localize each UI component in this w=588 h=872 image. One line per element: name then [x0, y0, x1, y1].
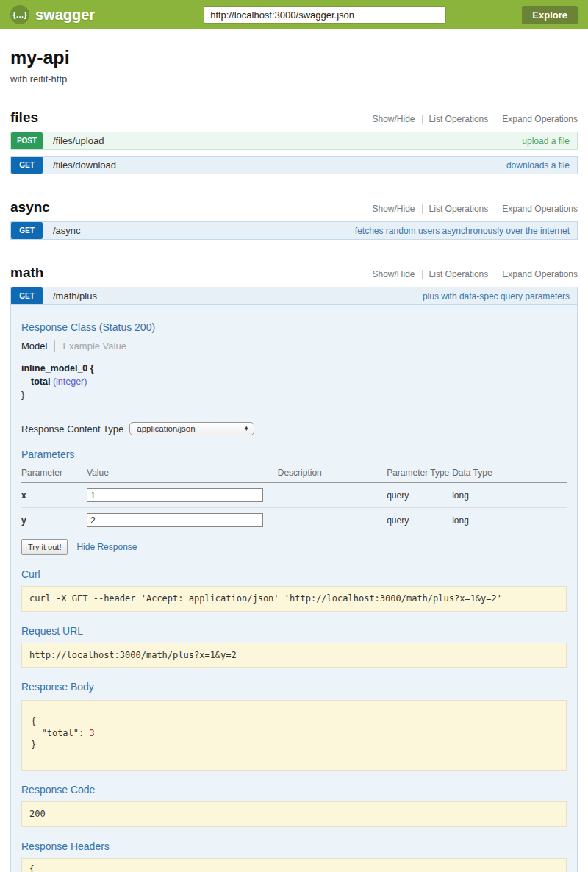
operation-detail-panel: Response Class (Status 200) Model Exampl…	[10, 305, 578, 872]
param-data-type: long	[452, 508, 567, 533]
response-code-value: 200	[21, 801, 567, 826]
param-type: query	[387, 508, 452, 533]
swagger-logo-label: swagger	[35, 7, 95, 24]
select-arrows-icon: ▲▼	[244, 426, 248, 432]
section-title-async: async	[10, 199, 50, 215]
model-open-line: inline_model_0 {	[21, 362, 567, 375]
try-it-out-button[interactable]: Try it out!	[21, 539, 68, 555]
param-name: x	[21, 483, 87, 508]
section-async: async Show/Hide List Operations Expand O…	[10, 199, 578, 240]
param-description	[278, 508, 387, 533]
response-content-type-select[interactable]: application/json ▲▼	[129, 422, 254, 435]
hide-response-link[interactable]: Hide Response	[76, 542, 137, 552]
endpoint-summary[interactable]: plus with data-spec query parameters	[423, 291, 577, 301]
col-header-parameter: Parameter	[21, 465, 87, 483]
col-header-parameter-type: Parameter Type	[387, 465, 452, 483]
endpoint-row-get-math-plus[interactable]: GET /math/plus plus with data-spec query…	[10, 287, 578, 305]
json-close-brace: }	[31, 740, 36, 750]
show-hide-link[interactable]: Show/Hide	[366, 114, 422, 124]
col-header-description: Description	[278, 465, 387, 483]
list-operations-link[interactable]: List Operations	[423, 114, 495, 124]
request-url-value: http://localhost:3000/math/plus?x=1&y=2	[21, 643, 567, 668]
endpoint-summary[interactable]: upload a file	[522, 136, 577, 146]
get-method-badge: GET	[11, 287, 43, 304]
param-x-input[interactable]	[87, 488, 263, 502]
json-open-brace: {	[31, 716, 36, 726]
endpoint-path[interactable]: /files/upload	[53, 135, 104, 146]
header-bar: {…} swagger Explore	[0, 0, 588, 29]
response-headers-json: { "date": "Sun, 21 Oct 2018 20:07:29 GMT…	[21, 858, 567, 872]
divider	[54, 340, 55, 352]
parameters-table: Parameter Value Description Parameter Ty…	[21, 465, 567, 532]
post-method-badge: POST	[11, 132, 43, 149]
tab-model[interactable]: Model	[21, 340, 47, 351]
list-operations-link[interactable]: List Operations	[423, 204, 495, 214]
get-method-badge: GET	[11, 222, 43, 239]
response-code-heading: Response Code	[21, 784, 567, 796]
headers-line: {	[29, 864, 35, 872]
section-files: files Show/Hide List Operations Expand O…	[10, 110, 578, 174]
table-row: y query long	[21, 508, 567, 533]
show-hide-link[interactable]: Show/Hide	[366, 269, 422, 279]
table-row: x query long	[21, 483, 567, 508]
param-y-input[interactable]	[87, 513, 263, 527]
endpoint-path[interactable]: /files/download	[53, 160, 116, 171]
page-subtitle: with reitit-http	[10, 74, 578, 85]
spec-url-input[interactable]	[204, 6, 446, 24]
section-title-math: math	[10, 265, 43, 281]
model-tabs: Model Example Value	[21, 340, 567, 352]
endpoint-path[interactable]: /math/plus	[53, 290, 97, 301]
expand-operations-link[interactable]: Expand Operations	[495, 269, 578, 279]
expand-operations-link[interactable]: Expand Operations	[495, 114, 578, 124]
api-info: my-api with reitit-http	[10, 47, 578, 85]
section-title-files: files	[10, 110, 38, 126]
response-content-type-label: Response Content Type	[21, 424, 123, 435]
col-header-data-type: Data Type	[452, 465, 567, 483]
param-description	[278, 483, 387, 508]
list-operations-link[interactable]: List Operations	[423, 269, 495, 279]
show-hide-link[interactable]: Show/Hide	[366, 204, 422, 214]
param-name: y	[21, 508, 87, 533]
swagger-logo-icon: {…}	[10, 5, 29, 24]
parameters-heading: Parameters	[21, 448, 567, 460]
curl-command: curl -X GET --header 'Accept: applicatio…	[21, 586, 567, 611]
swagger-logo[interactable]: {…} swagger	[10, 5, 95, 24]
tab-example-value[interactable]: Example Value	[62, 340, 126, 351]
col-header-value: Value	[87, 465, 278, 483]
response-headers-heading: Response Headers	[21, 840, 567, 852]
response-body-heading: Response Body	[21, 681, 567, 693]
response-class-heading: Response Class (Status 200)	[21, 321, 567, 333]
param-type: query	[387, 483, 452, 508]
endpoint-row-post-files-upload[interactable]: POST /files/upload upload a file	[10, 132, 578, 150]
model-property-name: total	[31, 376, 50, 387]
model-property-type: (integer)	[53, 376, 87, 387]
explore-button[interactable]: Explore	[522, 6, 578, 24]
get-method-badge: GET	[11, 157, 43, 174]
selected-content-type: application/json	[137, 424, 234, 433]
endpoint-row-get-files-download[interactable]: GET /files/download downloads a file	[10, 156, 578, 174]
param-data-type: long	[452, 483, 567, 508]
expand-operations-link[interactable]: Expand Operations	[495, 204, 578, 214]
response-body-json: { "total": 3 }	[21, 700, 567, 771]
curl-heading: Curl	[21, 568, 567, 580]
model-signature: inline_model_0 { total (integer) }	[21, 362, 567, 401]
section-math: math Show/Hide List Operations Expand Op…	[10, 265, 578, 872]
page-title: my-api	[10, 47, 578, 68]
endpoint-row-get-async[interactable]: GET /async fetches random users asynchro…	[10, 221, 578, 240]
request-url-heading: Request URL	[21, 625, 567, 637]
json-key: "total":	[31, 728, 89, 738]
endpoint-summary[interactable]: fetches random users asynchronously over…	[355, 226, 577, 236]
endpoint-path[interactable]: /async	[53, 225, 81, 236]
model-close-line: }	[21, 388, 567, 401]
json-number-value: 3	[89, 728, 94, 738]
endpoint-summary[interactable]: downloads a file	[506, 160, 577, 171]
